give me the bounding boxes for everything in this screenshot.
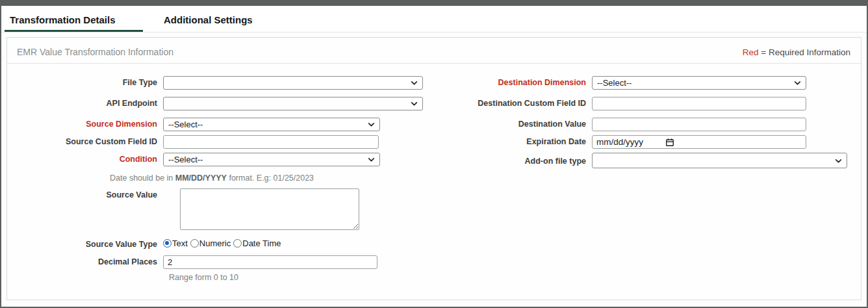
source-value-label: Source Value (7, 188, 163, 201)
radio-text[interactable]: Text (163, 238, 188, 248)
calendar-icon[interactable] (665, 138, 674, 147)
source-value-row: Source Value (7, 188, 446, 230)
expiration-date-input[interactable]: mm/dd/yyyy (592, 135, 806, 149)
required-legend: Red = Required Information (743, 47, 850, 57)
source-value-type-label: Source Value Type (7, 237, 163, 250)
source-dimension-row: Source Dimension --Select-- (7, 118, 446, 131)
destination-dimension-value: --Select-- (597, 78, 632, 88)
expiration-date-label: Expiration Date (454, 135, 592, 148)
panel-header: EMR Value Transformation Information Red… (7, 38, 861, 64)
source-custom-field-id-row: Source Custom Field ID (7, 135, 446, 149)
source-dimension-value: --Select-- (168, 120, 203, 129)
app-window: Transformation Details Additional Settin… (0, 0, 868, 308)
destination-custom-field-id-row: Destination Custom Field ID (454, 97, 868, 110)
radio-numeric[interactable]: Numeric (190, 238, 231, 248)
tab-transformation-details[interactable]: Transformation Details (5, 10, 143, 32)
destination-dimension-row: Destination Dimension --Select-- (454, 76, 868, 90)
chevron-down-icon (410, 99, 418, 108)
addon-file-type-select[interactable] (592, 153, 847, 168)
radio-numeric-label: Numeric (199, 238, 231, 248)
tab-additional-settings[interactable]: Additional Settings (159, 10, 263, 32)
destination-dimension-label: Destination Dimension (454, 76, 592, 88)
decimal-places-input[interactable] (163, 255, 377, 269)
chevron-down-icon (793, 79, 802, 87)
decimal-places-label: Decimal Places (7, 255, 163, 268)
api-endpoint-label: API Endpoint (7, 97, 163, 109)
left-column: File Type API Endpoint Source Dimension (7, 76, 446, 282)
radio-text-label: Text (172, 238, 188, 248)
file-type-label: File Type (7, 76, 163, 88)
destination-custom-field-id-input[interactable] (592, 97, 806, 110)
right-column: Destination Dimension --Select-- Destina… (454, 76, 868, 175)
source-value-type-radios: Text Numeric Date Time (163, 237, 284, 248)
chevron-down-icon (410, 79, 418, 87)
destination-value-row: Destination Value (454, 118, 868, 131)
required-legend-red: Red (743, 47, 759, 57)
destination-value-input[interactable] (592, 118, 806, 131)
date-placeholder: mm/dd/yyyy (596, 137, 643, 147)
decimal-places-row: Decimal Places (7, 255, 446, 269)
condition-select[interactable]: --Select-- (163, 153, 380, 166)
api-endpoint-row: API Endpoint (7, 97, 446, 110)
addon-file-type-label: Add-on file type (454, 153, 592, 167)
chevron-down-icon (834, 157, 843, 165)
window-top-bar (1, 1, 867, 6)
source-custom-field-id-label: Source Custom Field ID (7, 135, 163, 148)
panel-title: EMR Value Transformation Information (17, 47, 173, 57)
destination-dimension-select[interactable]: --Select-- (592, 76, 806, 90)
condition-value: --Select-- (168, 155, 203, 164)
radio-selected-icon (163, 239, 172, 248)
decimal-range-hint: Range form 0 to 10 (169, 273, 446, 282)
source-value-type-row: Source Value Type Text Numeric Date T (7, 237, 446, 250)
chevron-down-icon (367, 155, 376, 164)
addon-file-type-row: Add-on file type (454, 153, 868, 168)
api-endpoint-select[interactable] (163, 97, 423, 110)
emr-transformation-panel: EMR Value Transformation Information Red… (6, 37, 862, 300)
condition-label: Condition (7, 153, 163, 165)
destination-value-label: Destination Value (454, 118, 592, 130)
source-value-textarea[interactable] (180, 188, 359, 230)
date-format-hint: Date should be in MM/DD/YYYY format. E.g… (110, 173, 446, 183)
radio-unselected-icon (233, 239, 242, 248)
radio-date-time-label: Date Time (242, 238, 281, 248)
file-type-row: File Type (7, 76, 446, 90)
chevron-down-icon (367, 120, 376, 129)
destination-custom-field-id-label: Destination Custom Field ID (454, 97, 592, 109)
source-custom-field-id-input[interactable] (163, 135, 379, 149)
condition-row: Condition --Select-- (7, 153, 446, 166)
source-dimension-label: Source Dimension (7, 118, 163, 130)
expiration-date-row: Expiration Date mm/dd/yyyy (454, 135, 868, 149)
source-dimension-select[interactable]: --Select-- (163, 118, 380, 131)
radio-unselected-icon (190, 239, 199, 248)
file-type-select[interactable] (163, 76, 423, 90)
tab-bar: Transformation Details Additional Settin… (1, 6, 867, 32)
radio-date-time[interactable]: Date Time (233, 238, 281, 248)
required-legend-rest: = Required Information (759, 47, 850, 57)
